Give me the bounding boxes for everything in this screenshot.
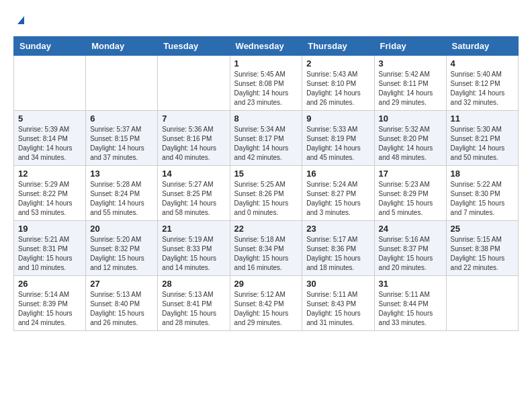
col-header-thursday: Thursday — [302, 37, 374, 56]
day-number: 27 — [90, 279, 153, 289]
calendar-cell: 18Sunrise: 5:22 AM Sunset: 8:30 PM Dayli… — [446, 166, 518, 221]
calendar: SundayMondayTuesdayWednesdayThursdayFrid… — [13, 36, 519, 331]
day-number: 23 — [306, 224, 369, 234]
day-info: Sunrise: 5:34 AM Sunset: 8:17 PM Dayligh… — [234, 125, 298, 163]
day-info: Sunrise: 5:13 AM Sunset: 8:40 PM Dayligh… — [90, 290, 153, 328]
day-info: Sunrise: 5:28 AM Sunset: 8:24 PM Dayligh… — [90, 180, 153, 218]
day-info: Sunrise: 5:33 AM Sunset: 8:19 PM Dayligh… — [306, 125, 369, 163]
day-number: 29 — [234, 279, 298, 289]
day-number: 15 — [234, 169, 298, 179]
calendar-cell: 31Sunrise: 5:11 AM Sunset: 8:44 PM Dayli… — [374, 276, 446, 331]
calendar-cell: 10Sunrise: 5:32 AM Sunset: 8:20 PM Dayli… — [374, 111, 446, 166]
day-info: Sunrise: 5:39 AM Sunset: 8:14 PM Dayligh… — [18, 125, 81, 163]
col-header-saturday: Saturday — [446, 37, 518, 56]
calendar-cell: 25Sunrise: 5:15 AM Sunset: 8:38 PM Dayli… — [446, 221, 518, 276]
calendar-cell: 5Sunrise: 5:39 AM Sunset: 8:14 PM Daylig… — [14, 111, 86, 166]
day-info: Sunrise: 5:45 AM Sunset: 8:08 PM Dayligh… — [234, 70, 298, 107]
col-header-tuesday: Tuesday — [158, 37, 230, 56]
day-number: 4 — [451, 58, 514, 68]
day-info: Sunrise: 5:32 AM Sunset: 8:20 PM Dayligh… — [379, 125, 442, 163]
day-number: 12 — [18, 169, 81, 179]
calendar-cell — [158, 56, 230, 111]
calendar-cell: 14Sunrise: 5:27 AM Sunset: 8:25 PM Dayli… — [158, 166, 230, 221]
day-info: Sunrise: 5:37 AM Sunset: 8:15 PM Dayligh… — [90, 125, 153, 163]
svg-marker-0 — [17, 16, 24, 24]
day-number: 7 — [162, 113, 225, 124]
day-number: 16 — [306, 169, 369, 179]
day-info: Sunrise: 5:30 AM Sunset: 8:21 PM Dayligh… — [451, 125, 514, 163]
day-number: 14 — [162, 169, 225, 179]
calendar-cell: 16Sunrise: 5:24 AM Sunset: 8:27 PM Dayli… — [302, 166, 374, 221]
day-info: Sunrise: 5:23 AM Sunset: 8:29 PM Dayligh… — [379, 180, 442, 218]
calendar-cell: 26Sunrise: 5:14 AM Sunset: 8:39 PM Dayli… — [14, 276, 86, 331]
day-number: 3 — [379, 58, 442, 68]
day-number: 19 — [18, 224, 81, 234]
day-number: 6 — [90, 113, 153, 124]
calendar-cell — [86, 56, 158, 111]
calendar-cell: 1Sunrise: 5:45 AM Sunset: 8:08 PM Daylig… — [230, 56, 302, 111]
calendar-cell: 12Sunrise: 5:29 AM Sunset: 8:22 PM Dayli… — [14, 166, 86, 221]
day-info: Sunrise: 5:29 AM Sunset: 8:22 PM Dayligh… — [18, 180, 81, 218]
calendar-cell: 27Sunrise: 5:13 AM Sunset: 8:40 PM Dayli… — [86, 276, 158, 331]
day-number: 30 — [306, 279, 369, 289]
calendar-cell: 19Sunrise: 5:21 AM Sunset: 8:31 PM Dayli… — [14, 221, 86, 276]
col-header-friday: Friday — [374, 37, 446, 56]
col-header-sunday: Sunday — [14, 37, 86, 56]
day-number: 10 — [379, 113, 442, 124]
day-info: Sunrise: 5:13 AM Sunset: 8:41 PM Dayligh… — [162, 290, 225, 328]
day-info: Sunrise: 5:20 AM Sunset: 8:32 PM Dayligh… — [90, 235, 153, 273]
day-number: 20 — [90, 224, 153, 234]
calendar-cell: 15Sunrise: 5:25 AM Sunset: 8:26 PM Dayli… — [230, 166, 302, 221]
col-header-wednesday: Wednesday — [230, 37, 302, 56]
calendar-cell — [14, 56, 86, 111]
calendar-header-row: SundayMondayTuesdayWednesdayThursdayFrid… — [14, 37, 519, 56]
logo-icon — [15, 13, 27, 26]
calendar-cell: 23Sunrise: 5:17 AM Sunset: 8:36 PM Dayli… — [302, 221, 374, 276]
day-info: Sunrise: 5:14 AM Sunset: 8:39 PM Dayligh… — [18, 290, 81, 328]
logo — [13, 13, 27, 26]
calendar-cell: 4Sunrise: 5:40 AM Sunset: 8:12 PM Daylig… — [446, 56, 518, 111]
day-number: 22 — [234, 224, 298, 234]
calendar-cell: 11Sunrise: 5:30 AM Sunset: 8:21 PM Dayli… — [446, 111, 518, 166]
day-info: Sunrise: 5:15 AM Sunset: 8:38 PM Dayligh… — [451, 235, 514, 273]
day-info: Sunrise: 5:22 AM Sunset: 8:30 PM Dayligh… — [451, 180, 514, 218]
calendar-cell: 20Sunrise: 5:20 AM Sunset: 8:32 PM Dayli… — [86, 221, 158, 276]
calendar-cell: 17Sunrise: 5:23 AM Sunset: 8:29 PM Dayli… — [374, 166, 446, 221]
calendar-cell — [446, 276, 518, 331]
day-number: 9 — [306, 113, 369, 124]
calendar-cell: 6Sunrise: 5:37 AM Sunset: 8:15 PM Daylig… — [86, 111, 158, 166]
day-info: Sunrise: 5:40 AM Sunset: 8:12 PM Dayligh… — [451, 70, 514, 107]
day-number: 18 — [451, 169, 514, 179]
calendar-week-3: 12Sunrise: 5:29 AM Sunset: 8:22 PM Dayli… — [14, 166, 519, 221]
day-number: 2 — [306, 58, 369, 68]
header — [13, 13, 519, 26]
calendar-week-5: 26Sunrise: 5:14 AM Sunset: 8:39 PM Dayli… — [14, 276, 519, 331]
day-info: Sunrise: 5:17 AM Sunset: 8:36 PM Dayligh… — [306, 235, 369, 273]
day-info: Sunrise: 5:36 AM Sunset: 8:16 PM Dayligh… — [162, 125, 225, 163]
calendar-cell: 29Sunrise: 5:12 AM Sunset: 8:42 PM Dayli… — [230, 276, 302, 331]
calendar-cell: 28Sunrise: 5:13 AM Sunset: 8:41 PM Dayli… — [158, 276, 230, 331]
calendar-cell: 30Sunrise: 5:11 AM Sunset: 8:43 PM Dayli… — [302, 276, 374, 331]
col-header-monday: Monday — [86, 37, 158, 56]
day-number: 31 — [379, 279, 442, 289]
day-number: 21 — [162, 224, 225, 234]
day-info: Sunrise: 5:27 AM Sunset: 8:25 PM Dayligh… — [162, 180, 225, 218]
calendar-cell: 13Sunrise: 5:28 AM Sunset: 8:24 PM Dayli… — [86, 166, 158, 221]
day-info: Sunrise: 5:16 AM Sunset: 8:37 PM Dayligh… — [379, 235, 442, 273]
calendar-cell: 8Sunrise: 5:34 AM Sunset: 8:17 PM Daylig… — [230, 111, 302, 166]
day-info: Sunrise: 5:43 AM Sunset: 8:10 PM Dayligh… — [306, 70, 369, 107]
day-number: 25 — [451, 224, 514, 234]
day-number: 1 — [234, 58, 298, 68]
calendar-cell: 22Sunrise: 5:18 AM Sunset: 8:34 PM Dayli… — [230, 221, 302, 276]
day-info: Sunrise: 5:21 AM Sunset: 8:31 PM Dayligh… — [18, 235, 81, 273]
calendar-cell: 24Sunrise: 5:16 AM Sunset: 8:37 PM Dayli… — [374, 221, 446, 276]
calendar-week-2: 5Sunrise: 5:39 AM Sunset: 8:14 PM Daylig… — [14, 111, 519, 166]
day-number: 17 — [379, 169, 442, 179]
day-info: Sunrise: 5:11 AM Sunset: 8:44 PM Dayligh… — [379, 290, 442, 328]
day-info: Sunrise: 5:18 AM Sunset: 8:34 PM Dayligh… — [234, 235, 298, 273]
calendar-cell: 7Sunrise: 5:36 AM Sunset: 8:16 PM Daylig… — [158, 111, 230, 166]
calendar-cell: 3Sunrise: 5:42 AM Sunset: 8:11 PM Daylig… — [374, 56, 446, 111]
day-number: 8 — [234, 113, 298, 124]
day-number: 24 — [379, 224, 442, 234]
day-number: 13 — [90, 169, 153, 179]
